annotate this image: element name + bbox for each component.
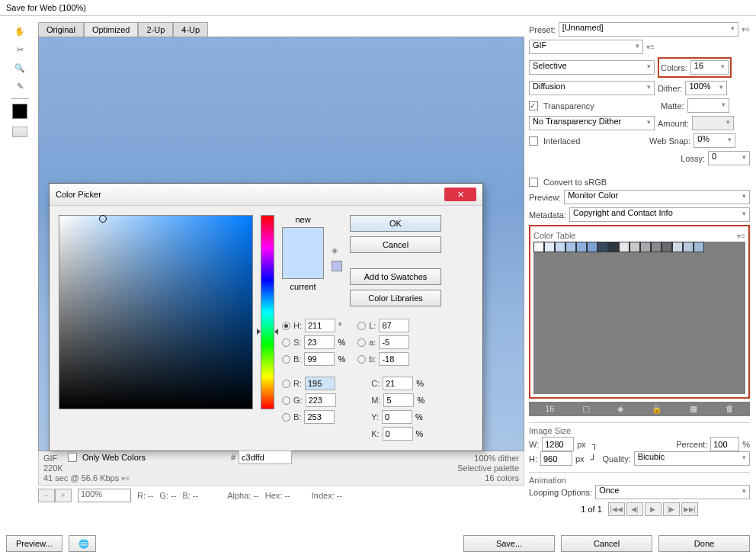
color-swatch[interactable] [672, 242, 683, 252]
y-input[interactable] [382, 410, 412, 424]
zoom-tool-icon[interactable]: 🔍 [11, 60, 29, 75]
metadata-select[interactable]: Copyright and Contact Info [569, 207, 750, 222]
c-input[interactable] [383, 377, 413, 390]
colors-input[interactable]: 16 [690, 60, 729, 75]
g-input[interactable] [306, 393, 336, 407]
tab-4up[interactable]: 4-Up [173, 22, 208, 37]
srgb-checkbox[interactable] [529, 178, 538, 187]
r-radio[interactable] [282, 380, 290, 388]
tab-optimized[interactable]: Optimized [84, 22, 139, 37]
color-swatch[interactable] [640, 242, 651, 252]
color-table-flyout-icon[interactable]: ▾≡ [737, 232, 745, 240]
s-input[interactable] [304, 335, 335, 349]
l-input[interactable] [379, 319, 409, 332]
l-radio[interactable] [357, 322, 366, 330]
amount-input[interactable] [692, 116, 734, 130]
color-swatch[interactable] [533, 242, 544, 252]
g-radio[interactable] [282, 396, 290, 405]
only-web-checkbox[interactable] [68, 453, 77, 462]
dither-alg-select[interactable]: Diffusion [529, 81, 655, 95]
dither-input[interactable]: 100% [685, 81, 727, 95]
new-current-swatch[interactable] [282, 227, 324, 279]
percent-input[interactable] [710, 437, 739, 451]
hand-tool-icon[interactable]: ✋ [11, 24, 29, 39]
color-swatch[interactable] [619, 242, 629, 252]
play-button[interactable]: ▶ [645, 502, 662, 516]
color-swatch[interactable] [608, 242, 619, 252]
save-button[interactable]: Save... [463, 535, 555, 552]
done-button[interactable]: Done [658, 535, 750, 552]
quality-select[interactable]: Bicubic [634, 451, 750, 466]
hex-input[interactable] [239, 451, 292, 464]
foreground-swatch[interactable] [12, 104, 27, 119]
cancel-button[interactable]: Cancel [561, 535, 652, 552]
hue-slider[interactable] [261, 215, 274, 409]
websafe-swatch[interactable] [332, 261, 342, 271]
s-radio[interactable] [282, 338, 290, 347]
color-swatch[interactable] [629, 242, 640, 252]
format-select[interactable]: GIF [529, 40, 643, 54]
color-swatch[interactable] [555, 242, 565, 252]
b-radio[interactable] [357, 355, 366, 364]
last-frame-button[interactable]: ▶▶| [681, 502, 698, 516]
m-input[interactable] [383, 393, 414, 407]
ct-trash-icon[interactable]: 🗑 [726, 404, 734, 414]
format-flyout-icon[interactable]: ▾≡ [646, 43, 655, 51]
preview-select[interactable]: Monitor Color [564, 190, 750, 204]
color-swatch[interactable] [544, 242, 555, 252]
slice-tool-icon[interactable]: ✂ [11, 42, 29, 57]
width-input[interactable] [542, 437, 574, 451]
next-frame-button[interactable]: |▶ [663, 502, 680, 516]
tab-original[interactable]: Original [38, 22, 84, 37]
color-swatch[interactable] [597, 242, 608, 252]
preset-flyout-icon[interactable]: ▾≡ [742, 25, 750, 34]
ct-icon-4[interactable]: ▦ [690, 404, 697, 414]
prev-frame-button[interactable]: ◀| [626, 502, 643, 516]
close-icon[interactable]: ✕ [444, 188, 476, 201]
bl-radio[interactable] [282, 413, 290, 422]
height-input[interactable] [540, 451, 572, 466]
interlaced-checkbox[interactable] [529, 136, 538, 146]
zoom-out-button[interactable]: − [38, 489, 55, 502]
transparency-checkbox[interactable] [529, 101, 538, 111]
reduction-select[interactable]: Selective [529, 60, 655, 75]
gamut-warning-icon[interactable]: ◈ [332, 245, 342, 256]
color-table[interactable] [533, 242, 745, 394]
picker-cancel-button[interactable]: Cancel [350, 236, 441, 253]
color-swatch[interactable] [576, 242, 587, 252]
lossy-input[interactable]: 0 [708, 151, 750, 165]
preview-button[interactable]: Preview... [6, 535, 62, 552]
color-swatch[interactable] [587, 242, 597, 252]
saturation-brightness-field[interactable] [59, 215, 253, 409]
ct-icon-3[interactable]: 🔒 [652, 404, 662, 414]
bl-input[interactable] [304, 410, 335, 424]
a-radio[interactable] [357, 338, 366, 347]
slice-visibility-icon[interactable] [12, 127, 27, 137]
add-swatches-button[interactable]: Add to Swatches [350, 268, 441, 285]
br-input[interactable] [304, 352, 335, 366]
b-input[interactable] [379, 352, 409, 366]
zoom-in-button[interactable]: + [55, 489, 72, 502]
color-swatch[interactable] [565, 242, 576, 252]
k-input[interactable] [383, 427, 413, 441]
color-swatch[interactable] [651, 242, 662, 252]
eyedropper-tool-icon[interactable]: ✎ [11, 79, 29, 94]
r-input[interactable] [305, 377, 335, 390]
color-swatch[interactable] [683, 242, 694, 252]
h-input[interactable] [305, 319, 335, 332]
h-radio[interactable] [282, 322, 290, 330]
a-input[interactable] [379, 335, 409, 349]
browser-preview-button[interactable]: 🌐 [69, 535, 96, 552]
trans-dither-select[interactable]: No Transparency Dither [529, 116, 655, 130]
zoom-select[interactable]: 100% [78, 489, 131, 502]
loop-select[interactable]: Once [595, 485, 750, 499]
ct-icon-2[interactable]: ◈ [617, 404, 623, 414]
ct-icon-1[interactable]: ▢ [582, 404, 590, 414]
color-libraries-button[interactable]: Color Libraries [350, 290, 441, 306]
websnap-input[interactable]: 0% [694, 133, 735, 148]
color-swatch[interactable] [662, 242, 672, 252]
color-swatch[interactable] [694, 242, 704, 252]
matte-select[interactable] [687, 98, 729, 113]
preset-select[interactable]: [Unnamed] [559, 22, 738, 37]
first-frame-button[interactable]: |◀◀ [608, 502, 625, 516]
